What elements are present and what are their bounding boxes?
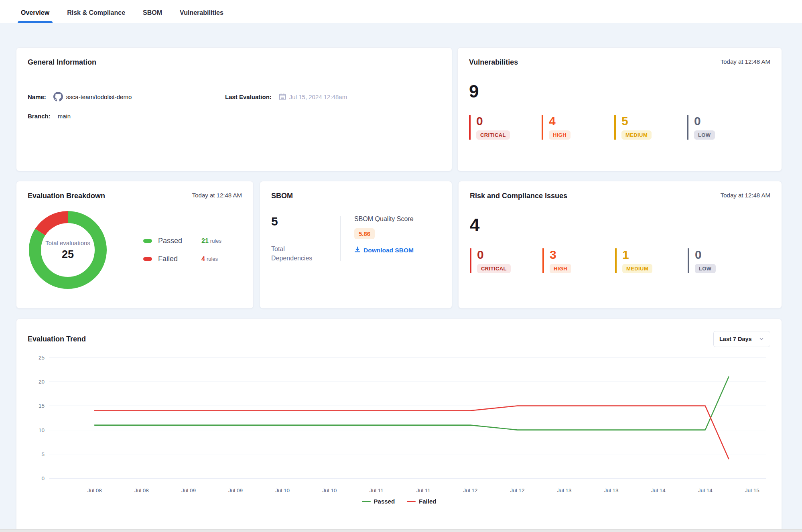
repo-name-value: ssca-team/todolist-demo	[66, 93, 132, 100]
svg-text:Jul 14: Jul 14	[651, 487, 666, 493]
passed-line-swatch	[362, 501, 371, 502]
bottom-scrollbar-track[interactable]	[0, 529, 802, 532]
download-sbom-link[interactable]: Download SBOM	[354, 246, 414, 254]
severity-count: 0	[695, 248, 760, 261]
severity-item-low: 0LOW	[687, 115, 759, 140]
sbom-total-dependencies-label: Total Dependencies	[271, 244, 323, 263]
time-range-dropdown[interactable]: Last 7 Days	[713, 331, 770, 347]
last-evaluation-field: Last Evaluation: Ju	[225, 91, 441, 102]
sbom-card: SBOM 5 Total Dependencies SBOM Quality S…	[260, 181, 452, 309]
risk-compliance-timestamp: Today at 12:48 AM	[721, 192, 770, 199]
severity-badge: CRITICAL	[476, 130, 510, 140]
passed-legend-swatch	[143, 239, 152, 243]
failed-legend-label: Failed	[419, 498, 436, 505]
vulnerabilities-severity-row: 0CRITICAL4HIGH5MEDIUM0LOW	[469, 115, 770, 140]
svg-text:25: 25	[39, 355, 45, 361]
severity-badge: HIGH	[550, 264, 571, 273]
severity-count: 0	[694, 115, 759, 128]
severity-item-medium: 1MEDIUM	[615, 248, 688, 273]
general-information-card: General Information Name: ssca-team/todo…	[16, 47, 452, 171]
failed-line-swatch	[407, 501, 416, 502]
svg-text:Jul 13: Jul 13	[604, 487, 619, 493]
sbom-total-dependencies-count: 5	[271, 215, 340, 228]
tab-sbom[interactable]: SBOM	[141, 9, 164, 23]
svg-text:5: 5	[41, 451, 45, 457]
download-icon	[354, 246, 361, 254]
severity-badge: LOW	[695, 264, 716, 273]
severity-badge: MEDIUM	[622, 264, 652, 273]
tab-risk-compliance[interactable]: Risk & Compliance	[65, 9, 127, 23]
tab-overview[interactable]: Overview	[19, 9, 51, 23]
severity-item-critical: 0CRITICAL	[470, 248, 542, 273]
sbom-title: SBOM	[271, 192, 293, 200]
time-range-value: Last 7 Days	[719, 336, 752, 342]
vulnerabilities-title: Vulnerabilities	[469, 58, 518, 67]
svg-text:Jul 11: Jul 11	[370, 487, 384, 493]
risk-compliance-title: Risk and Compliance Issues	[470, 192, 567, 200]
passed-rules-unit: rules	[210, 238, 221, 244]
passed-rules-count: 21	[201, 238, 209, 245]
svg-text:15: 15	[39, 403, 45, 409]
severity-item-medium: 5MEDIUM	[614, 115, 687, 140]
severity-count: 4	[549, 115, 614, 128]
github-icon	[53, 92, 63, 102]
download-sbom-label: Download SBOM	[363, 247, 414, 254]
branch-field: Branch: main	[28, 111, 225, 121]
severity-count: 0	[477, 248, 542, 261]
legend-item-failed: Failed	[407, 498, 436, 505]
passed-legend-label: Passed	[158, 237, 201, 245]
evaluation-trend-title: Evaluation Trend	[28, 335, 86, 343]
calendar-icon	[279, 93, 286, 100]
risk-compliance-severity-row: 0CRITICAL3HIGH1MEDIUM0LOW	[470, 248, 770, 273]
evaluation-breakdown-card: Evaluation Breakdown Today at 12:48 AM T…	[16, 181, 254, 309]
svg-text:0: 0	[41, 475, 45, 481]
vulnerabilities-card: Vulnerabilities Today at 12:48 AM 9 0CRI…	[457, 47, 782, 171]
svg-text:Jul 13: Jul 13	[557, 487, 572, 493]
severity-badge: CRITICAL	[477, 264, 511, 273]
sbom-quality-score-label: SBOM Quality Score	[354, 215, 414, 223]
passed-legend-label: Passed	[374, 498, 395, 505]
last-evaluation-value: Jul 15, 2024 12:48am	[289, 93, 347, 100]
sbom-quality-score-badge: 5.86	[354, 228, 375, 239]
svg-text:20: 20	[39, 379, 45, 385]
severity-badge: HIGH	[549, 130, 571, 140]
svg-text:Jul 08: Jul 08	[87, 487, 102, 493]
svg-text:Jul 09: Jul 09	[228, 487, 243, 493]
legend-row-passed: Passed 21 rules	[143, 237, 221, 245]
svg-text:Jul 08: Jul 08	[134, 487, 149, 493]
severity-badge: LOW	[694, 130, 715, 140]
branch-value: main	[58, 113, 71, 120]
tab-vulnerabilities[interactable]: Vulnerabilities	[178, 9, 225, 23]
name-field: Name: ssca-team/todolist-demo	[28, 91, 225, 102]
failed-rules-count: 4	[201, 256, 205, 263]
evaluation-breakdown-legend: Passed 21 rules Failed 4 rules	[143, 237, 221, 263]
severity-count: 0	[476, 115, 542, 128]
failed-legend-swatch	[143, 257, 152, 261]
failed-rules-unit: rules	[207, 256, 218, 262]
severity-item-critical: 0CRITICAL	[469, 115, 542, 140]
evaluations-donut-chart: Total evaluations 25	[28, 210, 108, 290]
evaluation-breakdown-title: Evaluation Breakdown	[28, 192, 105, 200]
risk-compliance-card: Risk and Compliance Issues Today at 12:4…	[458, 181, 782, 309]
evaluation-trend-legend: PassedFailed	[28, 498, 770, 505]
svg-text:Jul 12: Jul 12	[510, 487, 525, 493]
chevron-down-icon	[759, 336, 764, 342]
dashboard-page: General Information Name: ssca-team/todo…	[0, 23, 802, 532]
legend-item-passed: Passed	[362, 498, 395, 505]
vulnerabilities-total: 9	[469, 83, 770, 100]
legend-row-failed: Failed 4 rules	[143, 255, 221, 263]
svg-text:Jul 14: Jul 14	[698, 487, 713, 493]
severity-item-high: 3HIGH	[542, 248, 615, 273]
svg-text:Jul 12: Jul 12	[463, 487, 477, 493]
donut-total-count: 25	[62, 248, 74, 261]
evaluation-trend-card: Evaluation Trend Last 7 Days 0510152025J…	[16, 319, 782, 532]
donut-center-label: Total evaluations	[45, 239, 90, 247]
svg-text:10: 10	[39, 427, 45, 433]
svg-text:Jul 15: Jul 15	[745, 487, 759, 493]
branch-label: Branch:	[28, 113, 51, 120]
severity-count: 5	[621, 115, 687, 128]
name-label: Name:	[28, 93, 46, 100]
top-tab-bar: Overview Risk & Compliance SBOM Vulnerab…	[0, 0, 802, 23]
evaluation-breakdown-timestamp: Today at 12:48 AM	[192, 192, 242, 199]
severity-item-low: 0LOW	[688, 248, 760, 273]
